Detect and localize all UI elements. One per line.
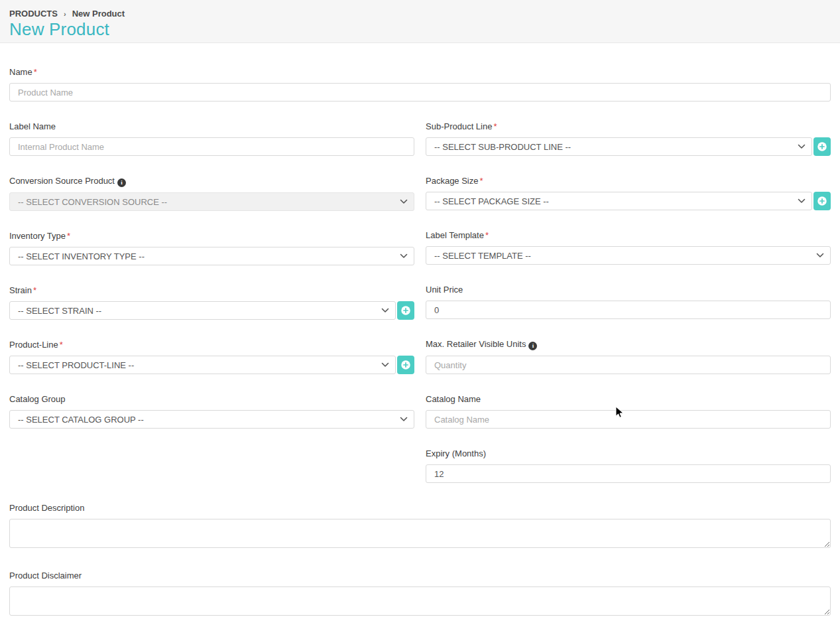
required-asterisk: * (67, 231, 70, 241)
breadcrumb-separator-icon: › (64, 10, 66, 18)
field-label-name: Label Name (9, 121, 414, 156)
expiry-months-label: Expiry (Months) (426, 448, 831, 459)
sub-product-line-label: Sub-Product Line* (426, 121, 831, 132)
conversion-source-select[interactable]: -- SELECT CONVERSION SOURCE -- (9, 192, 414, 211)
plus-circle-icon (400, 305, 412, 316)
catalog-name-label: Catalog Name (426, 394, 831, 405)
page-title: New Product (9, 19, 831, 40)
field-catalog-group: Catalog Group -- SELECT CATALOG GROUP -- (9, 394, 414, 429)
required-asterisk: * (34, 67, 37, 77)
required-asterisk: * (60, 340, 63, 350)
field-name: Name* (9, 67, 831, 102)
package-size-select[interactable]: -- SELECT PACKAGE SIZE -- (426, 192, 812, 210)
field-package-size: Package Size* -- SELECT PACKAGE SIZE -- (426, 176, 831, 210)
label-template-select[interactable]: -- SELECT TEMPLATE -- (426, 246, 831, 265)
unit-price-label: Unit Price (426, 285, 831, 295)
add-product-line-button[interactable] (397, 356, 414, 374)
inventory-type-label: Inventory Type* (9, 231, 414, 241)
product-line-select[interactable]: -- SELECT PRODUCT-LINE -- (9, 356, 396, 374)
expiry-months-input[interactable] (426, 464, 831, 483)
field-inventory-type: Inventory Type* -- SELECT INVENTORY TYPE… (9, 231, 414, 265)
form-right-column: Sub-Product Line* -- SELECT SUB-PRODUCT … (426, 121, 831, 503)
unit-price-input[interactable] (426, 301, 831, 319)
info-icon: i (528, 342, 537, 350)
max-retailer-visible-units-label: Max. Retailer Visible Unitsi (426, 339, 831, 350)
breadcrumb-products-link[interactable]: PRODUCTS (9, 9, 58, 19)
field-unit-price: Unit Price (426, 285, 831, 319)
field-product-disclaimer: Product Disclaimer (9, 571, 831, 616)
add-sub-product-line-button[interactable] (813, 137, 831, 156)
catalog-group-label: Catalog Group (9, 394, 414, 405)
field-label-template: Label Template* -- SELECT TEMPLATE -- (426, 230, 831, 265)
product-name-input[interactable] (9, 83, 831, 102)
label-name-input[interactable] (9, 137, 414, 156)
add-strain-button[interactable] (397, 301, 414, 320)
breadcrumb: PRODUCTS › New Product (9, 9, 831, 19)
conversion-source-label: Conversion Source Producti (9, 176, 414, 187)
field-expiry-months: Expiry (Months) (426, 448, 831, 483)
new-product-form: Name* Label Name Conversion Source Produ… (0, 43, 840, 617)
breadcrumb-current: New Product (72, 9, 125, 19)
product-disclaimer-label: Product Disclaimer (9, 571, 831, 581)
field-product-description: Product Description (9, 503, 831, 548)
required-asterisk: * (33, 285, 36, 295)
add-package-size-button[interactable] (813, 192, 831, 210)
page-header: PRODUCTS › New Product New Product (0, 0, 840, 43)
field-max-retailer-visible-units: Max. Retailer Visible Unitsi (426, 339, 831, 374)
max-retailer-visible-units-input[interactable] (426, 356, 831, 374)
product-description-label: Product Description (9, 503, 831, 514)
catalog-group-select[interactable]: -- SELECT CATALOG GROUP -- (9, 410, 414, 429)
inventory-type-select[interactable]: -- SELECT INVENTORY TYPE -- (9, 247, 414, 265)
field-conversion-source: Conversion Source Producti -- SELECT CON… (9, 176, 414, 211)
form-left-column: Label Name Conversion Source Producti --… (9, 121, 414, 503)
catalog-name-input[interactable] (426, 410, 831, 429)
field-product-line: Product-Line* -- SELECT PRODUCT-LINE -- (9, 340, 414, 374)
package-size-label: Package Size* (426, 176, 831, 186)
product-disclaimer-textarea[interactable] (9, 586, 831, 616)
label-template-label: Label Template* (426, 230, 831, 241)
plus-circle-icon (816, 195, 828, 207)
field-strain: Strain* -- SELECT STRAIN -- (9, 285, 414, 320)
required-asterisk: * (485, 230, 489, 240)
field-sub-product-line: Sub-Product Line* -- SELECT SUB-PRODUCT … (426, 121, 831, 156)
info-icon: i (117, 178, 126, 187)
plus-circle-icon (400, 359, 412, 371)
name-label: Name* (9, 67, 831, 78)
plus-circle-icon (816, 141, 828, 153)
required-asterisk: * (480, 176, 483, 186)
field-catalog-name: Catalog Name (426, 394, 831, 429)
required-asterisk: * (493, 121, 497, 131)
strain-label: Strain* (9, 285, 414, 296)
label-name-label: Label Name (9, 121, 414, 132)
strain-select[interactable]: -- SELECT STRAIN -- (9, 301, 396, 320)
sub-product-line-select[interactable]: -- SELECT SUB-PRODUCT LINE -- (426, 137, 812, 156)
product-description-textarea[interactable] (9, 519, 831, 548)
product-line-label: Product-Line* (9, 340, 414, 350)
